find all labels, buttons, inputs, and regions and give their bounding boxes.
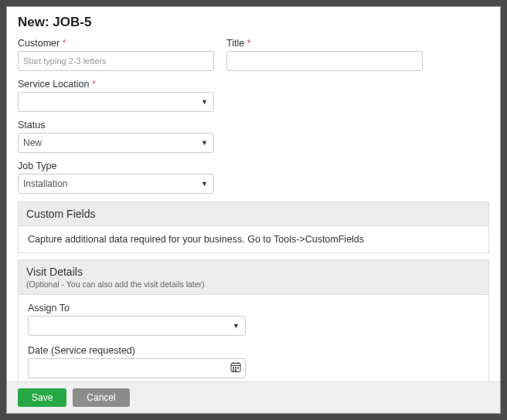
status-select[interactable]: New <box>18 133 214 153</box>
customer-label-text: Customer <box>18 38 60 49</box>
form-body: New: JOB-5 Customer * Title * Servi <box>7 7 500 381</box>
visit-details-header: Visit Details (Optional - You can also a… <box>18 259 489 295</box>
assign-to-label: Assign To <box>28 303 479 313</box>
title-field: Title * <box>226 38 423 71</box>
service-location-label-text: Service Location <box>18 79 89 90</box>
job-type-field: Job Type Installation ▼ <box>18 161 214 194</box>
cancel-button[interactable]: Cancel <box>73 388 129 407</box>
assign-to-field: Assign To ▼ <box>28 303 479 336</box>
customer-field: Customer * <box>18 38 214 71</box>
title-label-text: Title <box>226 38 244 49</box>
custom-fields-body: Capture additional data required for you… <box>18 226 489 253</box>
save-button[interactable]: Save <box>18 388 66 407</box>
required-marker: * <box>247 38 251 49</box>
status-label: Status <box>18 120 214 130</box>
date-label: Date (Service requested) <box>28 345 479 356</box>
job-type-label: Job Type <box>18 161 214 171</box>
date-input[interactable] <box>28 358 246 378</box>
custom-fields-header: Custom Fields <box>18 202 489 226</box>
visit-sub-text: (Optional - You can also add the visit d… <box>26 279 481 289</box>
date-field: Date (Service requested) <box>28 345 479 378</box>
job-type-select[interactable]: Installation <box>18 174 214 194</box>
visit-header-text: Visit Details <box>26 266 481 278</box>
service-location-field: Service Location * ▼ <box>18 79 214 112</box>
service-location-label: Service Location * <box>18 79 214 90</box>
job-form-window: New: JOB-5 Customer * Title * Servi <box>6 6 501 414</box>
required-marker: * <box>63 38 66 49</box>
status-field: Status New ▼ <box>18 120 214 153</box>
visit-details-body: Assign To ▼ Date (Service requested) <box>18 295 489 381</box>
customer-input[interactable] <box>18 51 214 71</box>
customer-label: Customer * <box>18 38 214 49</box>
footer: Save Cancel <box>7 381 500 413</box>
page-title: New: JOB-5 <box>18 15 489 30</box>
title-input[interactable] <box>226 51 423 71</box>
service-location-select[interactable] <box>18 92 214 112</box>
title-label: Title * <box>226 38 423 49</box>
assign-to-select[interactable] <box>28 316 246 336</box>
required-marker: * <box>92 79 96 90</box>
